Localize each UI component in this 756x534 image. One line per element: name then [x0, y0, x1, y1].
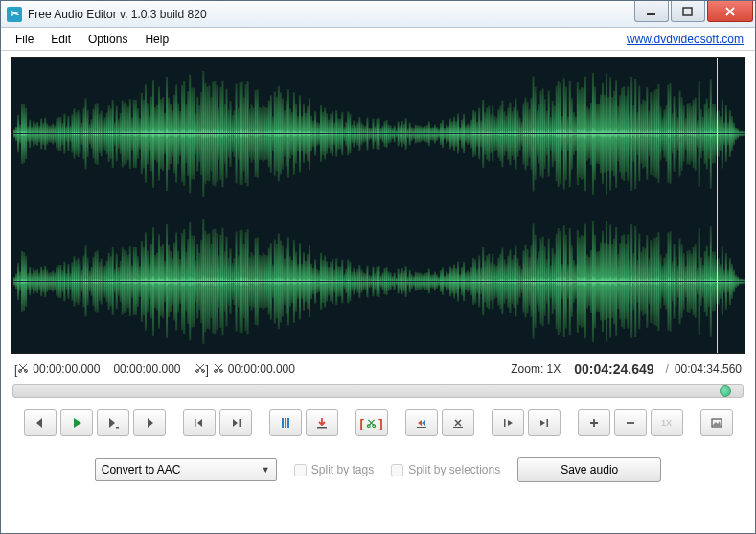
titlebar[interactable]: ✂ Free Audio Editor v. 1.0.3 build 820: [1, 1, 755, 28]
zoom-in-button[interactable]: [578, 409, 610, 436]
selection-start-button[interactable]: [492, 409, 524, 436]
maximize-button[interactable]: [671, 1, 705, 22]
total-duration: 00:04:34.560: [675, 362, 742, 376]
format-dropdown[interactable]: Convert to AAC ▼: [95, 458, 277, 481]
selection-end-button[interactable]: [528, 409, 561, 436]
next-button[interactable]: [133, 409, 166, 436]
app-window: ✂ Free Audio Editor v. 1.0.3 build 820 F…: [0, 0, 756, 534]
website-link[interactable]: www.dvdvideosoft.com: [627, 33, 749, 46]
scissors-cursor-icon: [213, 362, 224, 377]
skip-start-button[interactable]: [183, 409, 216, 436]
svg-rect-772: [285, 418, 286, 428]
delete-marker-button[interactable]: [442, 409, 474, 436]
chevron-down-icon: ▼: [262, 465, 270, 475]
playhead-thumb[interactable]: [720, 385, 731, 397]
svg-rect-778: [453, 427, 463, 428]
zoom-label: Zoom:: [511, 362, 543, 376]
format-value: Convert to AAC: [102, 463, 262, 476]
menu-edit[interactable]: Edit: [42, 30, 80, 49]
toolbar: [ ] 1X: [11, 407, 745, 448]
selection-end-time: 00:00:00.000: [113, 362, 180, 376]
playback-position: 00:04:24.649: [574, 361, 653, 377]
svg-rect-780: [546, 419, 548, 427]
split-selections-input[interactable]: [391, 464, 403, 476]
menu-file[interactable]: File: [7, 30, 42, 49]
svg-rect-771: [282, 418, 284, 428]
menu-options[interactable]: Options: [80, 30, 136, 49]
split-selections-label: Split by selections: [408, 463, 500, 476]
split-left-button[interactable]: [405, 409, 438, 436]
selection-start-time: 00:00:00.000: [33, 362, 100, 376]
skip-end-button[interactable]: [219, 409, 252, 436]
time-info-bar: [ 00:00:00.000 00:00:00.000 ] 00:00:00.0…: [11, 354, 745, 383]
play-selection-button[interactable]: [97, 409, 129, 436]
timeline-scrollbar[interactable]: [12, 384, 744, 398]
menubar: File Edit Options Help www.dvdvideosoft.…: [1, 28, 755, 51]
prev-button[interactable]: [24, 409, 57, 436]
cursor-time: 00:00:00.000: [228, 362, 295, 376]
close-button[interactable]: [707, 1, 753, 22]
zoom-out-button[interactable]: [614, 409, 647, 436]
split-tags-input[interactable]: [294, 464, 307, 476]
waveform-display[interactable]: [11, 57, 745, 354]
svg-rect-768: [116, 427, 119, 429]
app-icon: ✂: [7, 7, 22, 22]
window-title: Free Audio Editor v. 1.0.3 build 820: [28, 8, 634, 21]
bottom-bar: Convert to AAC ▼ Split by tags Split by …: [11, 448, 745, 492]
svg-rect-779: [504, 419, 506, 427]
zoom-value: 1X: [547, 362, 561, 376]
scissors-close-icon: ]: [195, 362, 209, 377]
zoom-reset-button[interactable]: 1X: [651, 409, 683, 436]
save-audio-button[interactable]: Save audio: [517, 457, 661, 482]
svg-rect-769: [195, 419, 196, 427]
svg-rect-774: [317, 427, 327, 429]
scissors-open-icon: [: [14, 362, 29, 377]
cut-selection-button[interactable]: [ ]: [355, 409, 388, 436]
waveform-left-channel: [11, 61, 745, 205]
svg-rect-777: [417, 427, 426, 428]
image-button[interactable]: [700, 409, 733, 436]
svg-rect-0: [647, 13, 655, 15]
marker-drop-button[interactable]: [306, 409, 338, 436]
play-button[interactable]: [60, 409, 93, 436]
marker-pause-button[interactable]: [269, 409, 302, 436]
svg-rect-773: [287, 418, 289, 428]
split-by-tags-checkbox[interactable]: Split by tags: [294, 463, 374, 476]
minimize-button[interactable]: [634, 1, 669, 22]
menu-help[interactable]: Help: [136, 30, 177, 49]
svg-rect-1: [683, 8, 692, 15]
time-separator: /: [666, 362, 669, 376]
waveform-right-channel: [11, 209, 745, 353]
playhead-cursor[interactable]: [717, 58, 718, 353]
split-by-selections-checkbox[interactable]: Split by selections: [391, 463, 500, 476]
svg-rect-770: [239, 419, 241, 427]
split-tags-label: Split by tags: [311, 463, 374, 476]
